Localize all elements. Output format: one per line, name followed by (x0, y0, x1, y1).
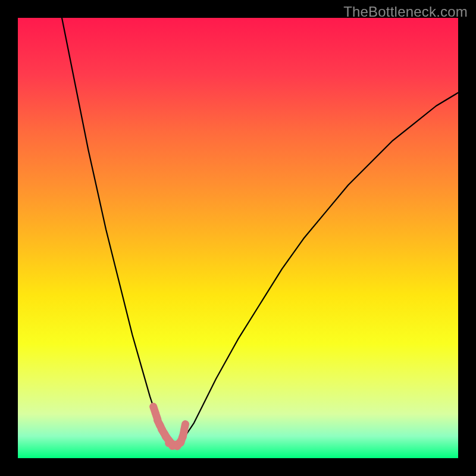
highlighted-points (148, 402, 190, 452)
watermark-text: TheBottleneck.com (343, 4, 468, 20)
marker-layer (18, 18, 458, 458)
outer-frame: TheBottleneck.com (0, 0, 476, 476)
marker-point (180, 419, 190, 435)
plot-area (18, 18, 458, 458)
